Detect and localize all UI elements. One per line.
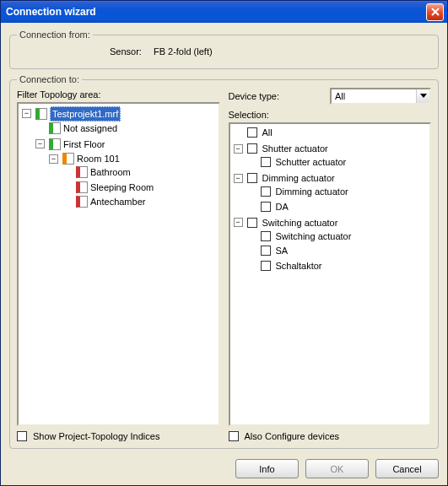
filter-topology-label: Filter Topology area: xyxy=(17,89,220,100)
device-type-label: Device type: xyxy=(229,91,280,101)
topology-column: Filter Topology area: − Testprojekt1.mrf xyxy=(17,88,220,441)
collapse-icon[interactable]: − xyxy=(234,174,243,183)
tree-project[interactable]: Testprojekt1.mrf xyxy=(50,106,121,122)
sel-da[interactable]: DA xyxy=(276,200,289,213)
sel-schaltaktor[interactable]: Schaltaktor xyxy=(276,259,322,273)
sel-switching2[interactable]: Switching actuator xyxy=(276,230,352,243)
checkbox[interactable] xyxy=(261,202,271,212)
sel-schutter[interactable]: Schutter actuator xyxy=(276,155,347,169)
tree-first-floor[interactable]: First Floor xyxy=(63,138,105,151)
checkbox[interactable] xyxy=(247,218,257,228)
connection-from-legend: Connection from: xyxy=(17,30,93,40)
sel-dimming2[interactable]: Dimming actuator xyxy=(276,185,348,198)
dropdown-button[interactable] xyxy=(416,89,429,103)
checkbox[interactable] xyxy=(247,143,257,154)
room-icon xyxy=(76,196,88,208)
also-configure-checkbox[interactable] xyxy=(229,431,239,441)
collapse-icon[interactable]: − xyxy=(49,154,58,164)
folder-icon xyxy=(49,122,61,134)
collapse-icon[interactable]: − xyxy=(35,139,45,148)
sel-shutter[interactable]: Shutter actuator xyxy=(262,142,328,155)
button-row: Info OK Cancel xyxy=(9,454,439,478)
sel-switching[interactable]: Switching actuator xyxy=(262,216,338,230)
show-indices-checkbox[interactable] xyxy=(17,431,27,441)
connection-to-legend: Connection to: xyxy=(17,74,82,84)
checkbox[interactable] xyxy=(261,186,271,197)
checkbox[interactable] xyxy=(247,173,257,183)
topology-tree[interactable]: − Testprojekt1.mrf Not assigned xyxy=(17,102,220,426)
titlebar: Connection wizard xyxy=(1,1,447,23)
selection-tree[interactable]: All − Shutter actuator xyxy=(229,122,432,426)
floor-icon xyxy=(49,138,61,150)
client-area: Connection from: Sensor: FB 2-fold (left… xyxy=(1,23,447,486)
selection-label: Selection: xyxy=(229,110,432,120)
info-button[interactable]: Info xyxy=(235,459,299,478)
connection-from-group: Connection from: Sensor: FB 2-fold (left… xyxy=(9,30,439,69)
ok-button[interactable]: OK xyxy=(305,459,369,478)
show-indices-label: Show Project-Topology Indices xyxy=(33,431,159,441)
collapse-icon[interactable]: − xyxy=(234,218,243,227)
tree-room101[interactable]: Room 101 xyxy=(77,152,120,165)
chevron-down-icon xyxy=(420,94,427,99)
device-type-combo[interactable]: All xyxy=(330,88,431,105)
tree-not-assigned[interactable]: Not assigned xyxy=(63,122,117,135)
checkbox[interactable] xyxy=(247,127,257,138)
tree-bathroom[interactable]: Bathroom xyxy=(90,165,131,179)
checkbox[interactable] xyxy=(261,246,271,256)
sensor-value: FB 2-fold (left) xyxy=(154,46,213,57)
sel-all[interactable]: All xyxy=(262,126,273,139)
window-title: Connection wizard xyxy=(6,6,426,18)
sel-dimming[interactable]: Dimming actuator xyxy=(262,171,335,185)
also-configure-label: Also Configure devices xyxy=(245,431,340,441)
device-type-value: All xyxy=(332,91,416,101)
checkbox[interactable] xyxy=(261,157,271,167)
room-icon xyxy=(62,153,74,165)
sensor-label: Sensor: xyxy=(110,46,142,57)
room-icon xyxy=(76,181,88,193)
checkbox[interactable] xyxy=(261,261,271,271)
collapse-icon[interactable]: − xyxy=(234,144,243,154)
close-icon xyxy=(431,8,440,16)
cancel-button[interactable]: Cancel xyxy=(375,459,439,478)
connection-to-group: Connection to: Filter Topology area: − T… xyxy=(9,74,439,449)
tree-sleeping[interactable]: Sleeping Room xyxy=(90,181,154,194)
sel-sa[interactable]: SA xyxy=(276,244,289,257)
device-column: Device type: All Selection: All xyxy=(229,88,432,441)
project-icon xyxy=(35,108,47,120)
tree-antechamber[interactable]: Antechamber xyxy=(90,195,145,208)
checkbox[interactable] xyxy=(261,231,271,241)
collapse-icon[interactable]: − xyxy=(22,109,31,118)
room-icon xyxy=(76,166,88,178)
close-button[interactable] xyxy=(426,3,444,21)
